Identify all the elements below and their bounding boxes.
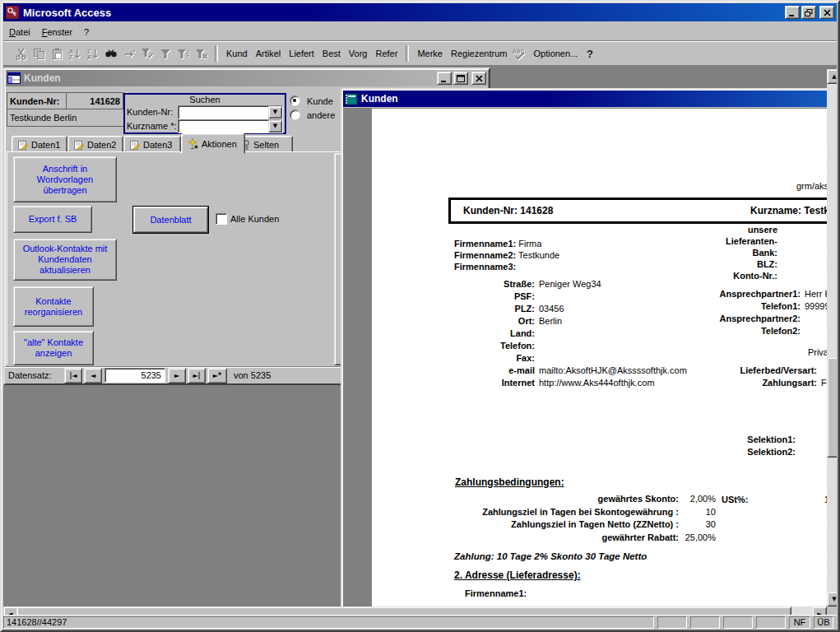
outlook-kontakte-label: Outlook-Kontakte mit Kundendaten aktuali… bbox=[17, 244, 113, 276]
new-record-button[interactable]: ►* bbox=[207, 368, 227, 383]
status-numlock: NF bbox=[789, 616, 810, 629]
report-header-box: Kunden-Nr: 141628 Kurzname: Testku bbox=[448, 198, 837, 224]
report-field-row: Telefon: bbox=[421, 341, 687, 353]
anschrift-word-button[interactable]: Anschrift in Wordvorlagen übertragen bbox=[13, 156, 117, 202]
toolbar-artikel-button[interactable]: Artikel bbox=[252, 46, 285, 61]
report-firmenname-block: Firmenname1: Firma Firmenname2: Testkund… bbox=[454, 238, 559, 272]
report-header-kurzname: Kurzname: Testku bbox=[750, 205, 835, 216]
minimize-button[interactable] bbox=[785, 6, 800, 19]
toolbar-liefert-button[interactable]: Liefert bbox=[285, 46, 318, 61]
menu-fenster[interactable]: Fenster bbox=[36, 26, 78, 39]
svg-text:Z: Z bbox=[69, 54, 73, 60]
report-delivery-block: Lieferbed/Versart: Zahlungsart:F bbox=[619, 365, 827, 390]
scroll-up-icon[interactable]: ▲ bbox=[827, 69, 837, 84]
filter-icon[interactable] bbox=[156, 45, 174, 62]
dropdown-arrow-icon[interactable]: ▼ bbox=[268, 120, 282, 132]
scroll-down-icon[interactable]: ▼ bbox=[827, 592, 837, 606]
toolbar-regiezentrum-button[interactable]: Regiezentrum bbox=[447, 46, 511, 61]
previous-record-button[interactable]: ◄ bbox=[84, 368, 102, 383]
export-sb-button[interactable]: Export f. SB bbox=[13, 206, 92, 233]
svg-text:A: A bbox=[69, 49, 73, 54]
alle-kunden-checkbox[interactable] bbox=[216, 213, 227, 225]
report-field-row: gewährtes Skonto:2,00% bbox=[362, 494, 716, 507]
search-frame: Suchen Kunden-Nr: ▼ Kurzname *: ▼ bbox=[123, 93, 286, 134]
alte-kontakte-button[interactable]: "alte" Kontakte anzeigen bbox=[13, 331, 94, 365]
record-count-label: von 5235 bbox=[234, 370, 271, 380]
anschrift-word-label: Anschrift in Wordvorlagen übertragen bbox=[20, 164, 110, 196]
search-kurzname-combo[interactable]: ▼ bbox=[178, 119, 283, 133]
dropdown-arrow-icon[interactable]: ▼ bbox=[268, 106, 282, 118]
form-minimize-button[interactable] bbox=[437, 72, 452, 85]
menu-help[interactable]: ? bbox=[78, 26, 95, 39]
goto-record-icon[interactable] bbox=[120, 45, 138, 62]
apply-filter-icon[interactable] bbox=[174, 45, 193, 62]
report-field-row: Zahlungsart:F bbox=[619, 378, 827, 390]
menu-datei[interactable]: Datei bbox=[3, 26, 36, 39]
customer-number-label: Kunden-Nr: bbox=[7, 93, 67, 109]
next-record-button[interactable]: ► bbox=[168, 368, 186, 383]
kontakte-reorganisieren-label: Kontakte reorganisieren bbox=[18, 296, 89, 318]
toolbar-best-button[interactable]: Best bbox=[318, 46, 345, 61]
vertical-scroll-thumb[interactable] bbox=[827, 357, 837, 458]
copy-icon[interactable] bbox=[30, 45, 48, 62]
report-field-row: Firmenname1: Firma bbox=[454, 238, 559, 249]
mdi-vertical-scrollbar[interactable]: ▲ ▼ bbox=[827, 69, 837, 606]
datenblatt-button[interactable]: Datenblatt bbox=[133, 207, 208, 233]
report-bank-block: unsere Lieferanten- Bank: BLZ: Konto-Nr.… bbox=[613, 224, 777, 281]
restore-button[interactable] bbox=[801, 6, 816, 19]
customer-number-box: Kunden-Nr: 141628 bbox=[7, 92, 123, 110]
status-panel bbox=[723, 616, 753, 629]
tab-daten3-label: Daten3 bbox=[143, 140, 172, 150]
status-panel bbox=[756, 616, 786, 629]
cut-icon[interactable] bbox=[12, 45, 30, 62]
report-payment-rows: gewährtes Skonto:2,00% Zahlungsziel in T… bbox=[362, 494, 716, 545]
report-field-row: Telefon1:99999 bbox=[569, 301, 831, 314]
toolbar-refer-button[interactable]: Refer bbox=[372, 46, 402, 61]
report-ust-label: USt%: bbox=[722, 495, 748, 504]
toolbar-optionen-button[interactable]: Optionen... bbox=[529, 46, 582, 61]
tab-aktionen[interactable]: Aktionen bbox=[181, 133, 245, 154]
toolbar-kund-button[interactable]: Kund bbox=[222, 46, 252, 61]
help-icon[interactable]: ? bbox=[582, 45, 600, 62]
report-contacts-block: Ansprechpartner1:Herr K Telefon1:99999 A… bbox=[569, 289, 831, 338]
form-icon bbox=[7, 72, 21, 84]
status-panel bbox=[657, 616, 687, 629]
close-button[interactable] bbox=[819, 6, 834, 19]
customer-name-box: Testkunde Berlin bbox=[7, 109, 126, 127]
filter-edit-icon[interactable] bbox=[138, 45, 156, 62]
outlook-kontakte-button[interactable]: Outlook-Kontakte mit Kundendaten aktuali… bbox=[13, 239, 117, 281]
svg-text:?: ? bbox=[587, 48, 593, 60]
toolbar-separator bbox=[406, 45, 409, 62]
access-window: Microsoft Access Datei Fenster ? AZ ZA bbox=[0, 0, 840, 632]
radio-andere[interactable] bbox=[290, 109, 300, 120]
report-field-row: gewährter Rabatt:25,00% bbox=[362, 532, 716, 546]
toolbar-vorg-button[interactable]: Vorg bbox=[345, 46, 372, 61]
status-message: 141628//44297 bbox=[3, 616, 654, 629]
kontakte-reorganisieren-button[interactable]: Kontakte reorganisieren bbox=[13, 286, 94, 327]
form-maximize-button[interactable] bbox=[453, 72, 468, 85]
remove-filter-icon[interactable] bbox=[193, 45, 211, 62]
radio-kunde[interactable] bbox=[290, 95, 300, 106]
tab-daten1-label: Daten1 bbox=[31, 140, 60, 150]
sparkle-icon bbox=[187, 138, 198, 149]
first-record-button[interactable]: |◄ bbox=[64, 368, 82, 383]
find-icon[interactable] bbox=[102, 45, 120, 62]
report-adresse2-title: 2. Adresse (Lieferadresse): bbox=[454, 569, 581, 581]
report-field-row: Firmenname3: bbox=[454, 261, 559, 272]
tab-aktionen-label: Aktionen bbox=[202, 139, 237, 149]
sort-asc-icon[interactable]: AZ bbox=[66, 45, 84, 62]
search-kundennr-combo[interactable]: ▼ bbox=[178, 105, 283, 119]
report-client-area: grm/aks Kunden-Nr: 141628 Kurzname: Test… bbox=[343, 108, 837, 616]
last-record-button[interactable]: ►| bbox=[188, 368, 206, 383]
radio-andere-label: andere bbox=[307, 110, 335, 120]
report-field-row: Telefon2: bbox=[569, 326, 831, 338]
spellcheck-icon[interactable]: ABC bbox=[511, 45, 529, 62]
record-number-input[interactable]: 5235 bbox=[104, 368, 165, 383]
paste-icon[interactable] bbox=[48, 45, 66, 62]
mdi-area: Kunden Kunden-Nr: 141628 Testkunde Berli… bbox=[3, 65, 837, 616]
toolbar-separator bbox=[215, 45, 218, 62]
toolbar-merke-button[interactable]: Merke bbox=[413, 46, 447, 61]
menubar: Datei Fenster ? bbox=[3, 23, 837, 41]
sort-desc-icon[interactable]: ZA bbox=[84, 45, 102, 62]
form-close-button[interactable] bbox=[471, 72, 486, 85]
